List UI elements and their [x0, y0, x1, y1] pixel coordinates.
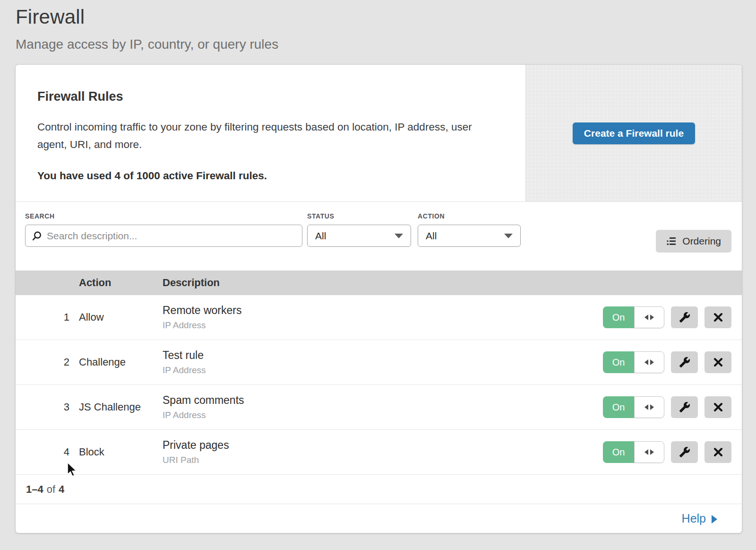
- wrench-icon: [679, 402, 690, 413]
- arrow-right-icon: [650, 449, 654, 455]
- edit-rule-button[interactable]: [671, 306, 698, 328]
- ordered-list-icon: [666, 236, 677, 246]
- edit-rule-button[interactable]: [671, 441, 698, 463]
- firewall-rules-card: Firewall Rules Control incoming traffic …: [16, 65, 742, 533]
- toggle-on-label: On: [603, 351, 634, 373]
- delete-rule-button[interactable]: [704, 306, 731, 328]
- wrench-icon: [679, 446, 690, 458]
- hero-text-block: Firewall Rules Control incoming traffic …: [16, 65, 525, 201]
- rule-description: Private pages: [163, 439, 600, 452]
- toggle-on-label: On: [603, 441, 634, 463]
- rule-description-cell: Private pages URI Path: [163, 439, 600, 465]
- search-box[interactable]: [25, 225, 302, 247]
- rule-enabled-toggle[interactable]: On: [603, 396, 664, 418]
- table-row: 3 JS Challenge Spam comments IP Address …: [16, 385, 742, 430]
- pagination-summary: 1–4 of 4: [16, 475, 742, 504]
- table-header: Action Description: [16, 271, 742, 295]
- action-filter: ACTION All: [418, 212, 521, 271]
- rule-action: Allow: [79, 311, 163, 323]
- rule-description-cell: Remote workers IP Address: [163, 304, 600, 331]
- hero-section: Firewall Rules Control incoming traffic …: [16, 65, 742, 202]
- arrow-left-icon: [644, 404, 648, 410]
- rule-controls: On: [600, 441, 742, 463]
- close-icon: [713, 357, 723, 367]
- table-row: 2 Challenge Test rule IP Address On: [16, 340, 742, 385]
- ordering-button-label: Ordering: [682, 236, 721, 247]
- action-column-header: Action: [79, 277, 163, 289]
- arrow-left-icon: [644, 449, 648, 455]
- rule-description-cell: Test rule IP Address: [163, 349, 600, 375]
- rules-table: Action Description 1 Allow Remote worker…: [16, 271, 742, 475]
- search-input[interactable]: [47, 230, 296, 242]
- help-bar: Help: [16, 504, 742, 533]
- help-link-label: Help: [682, 512, 706, 525]
- description-column-header: Description: [163, 277, 600, 289]
- table-row: 1 Allow Remote workers IP Address On: [16, 295, 742, 340]
- rule-field-type: IP Address: [163, 320, 600, 331]
- pagination-range: 1–4: [26, 483, 43, 496]
- wrench-icon: [679, 357, 690, 368]
- rule-priority: 2: [16, 356, 79, 368]
- rule-enabled-toggle[interactable]: On: [603, 306, 664, 328]
- rule-priority: 3: [16, 401, 79, 413]
- arrow-left-icon: [644, 359, 648, 365]
- action-label: ACTION: [418, 212, 521, 220]
- status-select[interactable]: All: [307, 225, 411, 247]
- hero-aside-panel: Create a Firewall rule: [525, 65, 742, 201]
- action-selected-value: All: [426, 230, 437, 242]
- rule-description: Remote workers: [163, 304, 600, 317]
- wrench-icon: [679, 312, 690, 323]
- rule-field-type: URI Path: [163, 455, 600, 465]
- arrow-left-icon: [644, 314, 648, 320]
- arrow-right-icon: [650, 314, 654, 320]
- rule-description: Test rule: [163, 349, 600, 362]
- section-heading: Firewall Rules: [37, 89, 507, 104]
- status-label: STATUS: [307, 212, 411, 220]
- rule-action: Block: [79, 446, 163, 458]
- edit-rule-button[interactable]: [671, 396, 698, 418]
- toggle-handle[interactable]: [634, 441, 664, 463]
- rule-controls: On: [600, 396, 742, 418]
- toggle-on-label: On: [603, 396, 634, 418]
- delete-rule-button[interactable]: [704, 441, 731, 463]
- rule-description-cell: Spam comments IP Address: [163, 394, 600, 420]
- rule-field-type: IP Address: [163, 410, 600, 420]
- close-icon: [713, 312, 723, 323]
- delete-rule-button[interactable]: [704, 351, 731, 373]
- toggle-handle[interactable]: [634, 351, 664, 373]
- section-description: Control incoming traffic to your zone by…: [37, 118, 486, 153]
- rule-enabled-toggle[interactable]: On: [603, 351, 664, 373]
- toggle-on-label: On: [603, 306, 634, 328]
- edit-rule-button[interactable]: [671, 351, 698, 373]
- page-subtitle: Manage access by IP, country, or query r…: [16, 37, 756, 52]
- status-selected-value: All: [315, 230, 326, 242]
- status-filter: STATUS All: [307, 212, 411, 271]
- chevron-down-icon: [395, 234, 403, 238]
- page-header: Firewall Manage access by IP, country, o…: [0, 0, 756, 52]
- rule-field-type: IP Address: [163, 365, 600, 375]
- chevron-down-icon: [504, 234, 513, 238]
- ordering-button[interactable]: Ordering: [656, 230, 731, 253]
- search-label: SEARCH: [25, 212, 302, 220]
- toggle-handle[interactable]: [634, 306, 664, 328]
- rule-priority: 4: [16, 446, 79, 458]
- help-link[interactable]: Help: [682, 512, 717, 525]
- close-icon: [713, 447, 723, 457]
- page-title: Firewall: [16, 6, 756, 28]
- filters-bar: SEARCH STATUS All ACTION All: [16, 202, 742, 271]
- rule-action: Challenge: [79, 356, 163, 368]
- usage-summary: You have used 4 of 1000 active Firewall …: [37, 170, 507, 182]
- arrow-right-icon: [712, 515, 717, 524]
- action-select[interactable]: All: [418, 225, 521, 247]
- rule-controls: On: [600, 306, 742, 328]
- close-icon: [713, 402, 723, 412]
- rule-description: Spam comments: [163, 394, 600, 407]
- rule-enabled-toggle[interactable]: On: [603, 441, 664, 463]
- rule-controls: On: [600, 351, 742, 373]
- rule-priority: 1: [16, 311, 79, 323]
- rule-action: JS Challenge: [79, 401, 163, 413]
- toggle-handle[interactable]: [634, 396, 664, 418]
- delete-rule-button[interactable]: [704, 396, 731, 418]
- arrow-right-icon: [650, 404, 654, 410]
- create-firewall-rule-button[interactable]: Create a Firewall rule: [573, 122, 695, 144]
